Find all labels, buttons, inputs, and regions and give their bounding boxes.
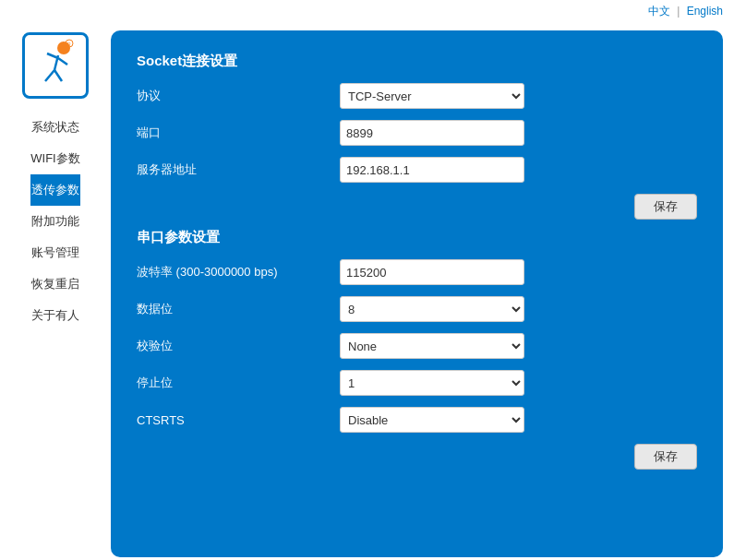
socket-section-title: Socket连接设置	[137, 53, 697, 70]
ctsrts-group: CTSRTS DisableEnable	[137, 407, 697, 433]
sidebar-item-about[interactable]: 关于有人	[30, 300, 79, 331]
stop-bits-group: 停止位 11.52	[137, 370, 697, 396]
data-bits-label: 数据位	[137, 301, 340, 317]
server-addr-input[interactable]	[340, 157, 524, 183]
svg-line-7	[54, 70, 62, 81]
save-button-1[interactable]: 保存	[634, 194, 697, 220]
sidebar: R 系统状态WIFI参数透传参数附加功能账号管理恢复重启关于有人	[0, 23, 111, 560]
baud-input[interactable]	[340, 259, 524, 285]
top-bar: 中文 | English	[0, 0, 734, 23]
sidebar-item-system-status[interactable]: 系统状态	[30, 112, 79, 143]
main-content: Socket连接设置 协议 TCP-ServerTCP-ClientUDP-Se…	[111, 30, 723, 557]
data-bits-select[interactable]: 5678	[340, 296, 524, 322]
parity-group: 校验位 NoneOddEvenMarkSpace	[137, 333, 697, 359]
main-layout: R 系统状态WIFI参数透传参数附加功能账号管理恢复重启关于有人 Socket连…	[0, 23, 734, 560]
svg-line-5	[58, 58, 67, 65]
stop-bits-select[interactable]: 11.52	[340, 370, 524, 396]
serial-section-title: 串口参数设置	[137, 229, 697, 246]
server-addr-group: 服务器地址	[137, 157, 697, 183]
lang-zh-link[interactable]: 中文	[648, 5, 670, 18]
logo-icon: R	[29, 39, 82, 92]
baud-group: 波特率 (300-3000000 bps)	[137, 259, 697, 285]
data-bits-group: 数据位 5678	[137, 296, 697, 322]
svg-line-6	[45, 70, 54, 81]
port-input[interactable]	[340, 120, 524, 146]
server-addr-label: 服务器地址	[137, 161, 340, 178]
protocol-select[interactable]: TCP-ServerTCP-ClientUDP-ServerUDP-Client	[340, 83, 524, 109]
protocol-label: 协议	[137, 88, 340, 104]
sidebar-item-transparent-params[interactable]: 透传参数	[30, 174, 79, 206]
save-row-2: 保存	[137, 444, 697, 470]
sidebar-item-additional-func[interactable]: 附加功能	[30, 206, 79, 237]
sidebar-item-wifi-params[interactable]: WIFI参数	[30, 143, 79, 174]
lang-separator: |	[677, 5, 680, 18]
parity-select[interactable]: NoneOddEvenMarkSpace	[340, 333, 524, 359]
port-label: 端口	[137, 125, 340, 141]
protocol-group: 协议 TCP-ServerTCP-ClientUDP-ServerUDP-Cli…	[137, 83, 697, 109]
nav-list: 系统状态WIFI参数透传参数附加功能账号管理恢复重启关于有人	[30, 112, 79, 331]
save-row-1: 保存	[137, 194, 697, 220]
svg-line-4	[47, 54, 58, 58]
parity-label: 校验位	[137, 338, 340, 354]
baud-label: 波特率 (300-3000000 bps)	[137, 264, 340, 280]
logo-box: R	[22, 32, 89, 99]
ctsrts-label: CTSRTS	[137, 413, 340, 427]
lang-en-link[interactable]: English	[687, 5, 723, 18]
svg-text:R: R	[67, 42, 71, 47]
stop-bits-label: 停止位	[137, 375, 340, 391]
sidebar-item-account-mgmt[interactable]: 账号管理	[30, 237, 79, 268]
save-button-2[interactable]: 保存	[634, 444, 697, 470]
port-group: 端口	[137, 120, 697, 146]
sidebar-item-restore-restart[interactable]: 恢复重启	[30, 268, 79, 300]
ctsrts-select[interactable]: DisableEnable	[340, 407, 524, 433]
